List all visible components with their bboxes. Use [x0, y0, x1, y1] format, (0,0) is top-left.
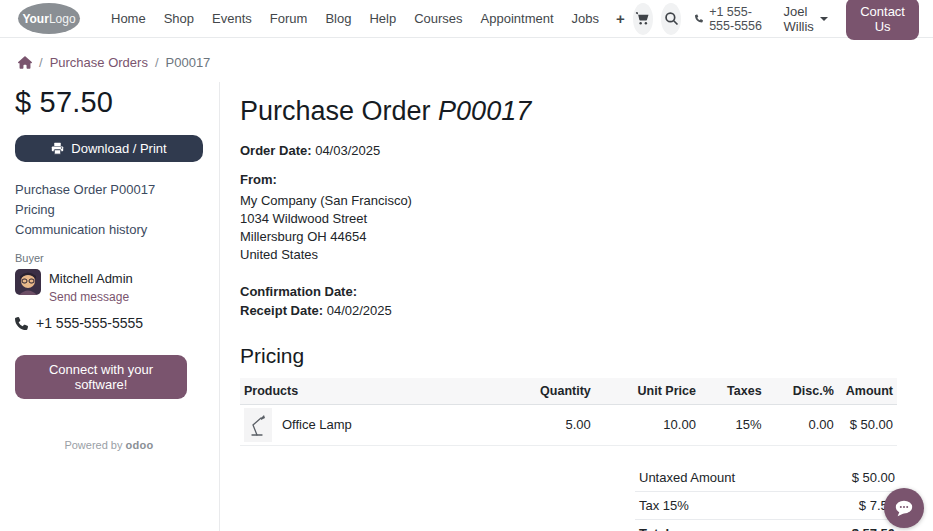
col-disc: Disc.% [766, 378, 838, 405]
buyer-card: Mitchell Admin Send message [15, 269, 203, 305]
nav-item-courses[interactable]: Courses [405, 11, 471, 26]
breadcrumb-separator: / [155, 55, 159, 70]
buyer-avatar [15, 269, 41, 295]
col-amount: Amount [838, 378, 897, 405]
amount-due: $ 57.50 [15, 86, 203, 119]
order-sidebar: $ 57.50 Download / Print Purchase Order … [15, 82, 220, 531]
chevron-down-icon [820, 17, 828, 21]
breadcrumb-current: P00017 [166, 55, 211, 70]
order-main: Purchase Order P00017 Order Date: 04/03/… [220, 82, 933, 531]
product-name: Office Lamp [282, 417, 352, 432]
logo-text-light: Logo [49, 12, 76, 26]
order-date-row: Order Date: 04/03/2025 [240, 143, 897, 158]
download-print-button[interactable]: Download / Print [15, 135, 203, 162]
total-row-total: Total $ 57.50 [635, 520, 897, 531]
address-line: 1034 Wildwood Street [240, 210, 897, 228]
livechat-button[interactable] [884, 488, 924, 528]
receipt-date-value: 04/02/2025 [327, 303, 392, 318]
main-nav: Home Shop Events Forum Blog Help Courses… [102, 10, 633, 27]
sidebar-link-purchase-order[interactable]: Purchase Order P00017 [15, 182, 203, 198]
order-date-label: Order Date: [240, 143, 312, 158]
phone-icon [695, 12, 703, 25]
col-taxes: Taxes [700, 378, 766, 405]
nav-item-blog[interactable]: Blog [316, 11, 360, 26]
breadcrumb: / Purchase Orders / P00017 [0, 38, 933, 82]
col-quantity: Quantity [503, 378, 595, 405]
from-block: From: My Company (San Francisco) 1034 Wi… [240, 172, 897, 264]
top-navbar: YourLogo Home Shop Events Forum Blog Hel… [0, 0, 933, 38]
receipt-date-label: Receipt Date: [240, 303, 323, 318]
search-icon [664, 11, 679, 26]
navbar-right: +1 555-555-5556 Joel Willis Contact Us [633, 0, 919, 40]
cell-taxes: 15% [700, 404, 766, 445]
breadcrumb-separator: / [39, 55, 43, 70]
total-label: Total [639, 526, 669, 531]
buyer-phone-number: +1 555-555-5555 [36, 315, 143, 331]
phone-icon [15, 317, 28, 330]
buyer-name: Mitchell Admin [49, 271, 133, 286]
sidebar-nav: Purchase Order P00017 Pricing Communicat… [15, 182, 203, 238]
nav-item-forum[interactable]: Forum [261, 11, 317, 26]
nav-item-appointment[interactable]: Appointment [472, 11, 563, 26]
nav-item-shop[interactable]: Shop [155, 11, 203, 26]
order-date-value: 04/03/2025 [315, 143, 380, 158]
address-line: United States [240, 246, 897, 264]
buyer-phone-link[interactable]: +1 555-555-5555 [15, 315, 203, 331]
col-products: Products [240, 378, 503, 405]
breadcrumb-home-link[interactable] [18, 56, 32, 69]
user-menu[interactable]: Joel Willis [784, 4, 829, 34]
sidebar-link-communication-history[interactable]: Communication history [15, 222, 203, 238]
header-phone-link[interactable]: +1 555-555-5556 [695, 5, 767, 33]
contact-us-button[interactable]: Contact Us [846, 0, 919, 40]
address-line: Millersburg OH 44654 [240, 228, 897, 246]
cart-icon [635, 11, 650, 26]
send-message-link[interactable]: Send message [49, 290, 129, 304]
pricing-heading: Pricing [240, 344, 897, 368]
total-row-untaxed: Untaxed Amount $ 50.00 [635, 464, 897, 492]
lamp-icon [248, 412, 268, 438]
printer-icon [51, 142, 64, 155]
confirmation-date-label: Confirmation Date: [240, 284, 357, 299]
home-icon [18, 56, 32, 69]
tax-label: Tax 15% [639, 498, 689, 513]
download-print-label: Download / Print [71, 141, 166, 156]
pricing-table: Products Quantity Unit Price Taxes Disc.… [240, 378, 897, 446]
nav-item-events[interactable]: Events [203, 11, 261, 26]
dates-block: Confirmation Date: Receipt Date: 04/02/2… [240, 284, 897, 318]
untaxed-label: Untaxed Amount [639, 470, 735, 485]
pricing-table-header: Products Quantity Unit Price Taxes Disc.… [240, 378, 897, 405]
untaxed-value: $ 50.00 [852, 470, 895, 485]
connect-software-button[interactable]: Connect with your software! [15, 355, 187, 399]
total-row-tax: Tax 15% $ 7.50 [635, 492, 897, 520]
logo-text-bold: Your [22, 12, 48, 26]
header-phone-number: +1 555-555-5556 [709, 5, 767, 33]
nav-item-help[interactable]: Help [360, 11, 405, 26]
site-logo[interactable]: YourLogo [18, 3, 80, 34]
page-title-prefix: Purchase Order [240, 96, 438, 126]
table-row: Office Lamp 5.00 10.00 15% 0.00 $ 50.00 [240, 404, 897, 445]
page-title-reference: P00017 [438, 96, 531, 126]
cell-unit-price: 10.00 [595, 404, 700, 445]
cart-button[interactable] [633, 3, 653, 35]
user-name: Joel Willis [784, 4, 816, 34]
search-button[interactable] [661, 3, 681, 35]
col-unit-price: Unit Price [595, 378, 700, 405]
nav-item-jobs[interactable]: Jobs [563, 11, 608, 26]
page-title: Purchase Order P00017 [240, 96, 897, 127]
address-line: My Company (San Francisco) [240, 192, 897, 210]
product-thumbnail [244, 408, 272, 442]
nav-item-home[interactable]: Home [102, 11, 155, 26]
cell-disc: 0.00 [766, 404, 838, 445]
vendor-address: My Company (San Francisco) 1034 Wildwood… [240, 192, 897, 264]
cell-quantity: 5.00 [503, 404, 595, 445]
totals-section: Untaxed Amount $ 50.00 Tax 15% $ 7.50 To… [240, 464, 897, 531]
odoo-logo[interactable]: odoo [126, 439, 154, 451]
buyer-label: Buyer [15, 252, 203, 264]
total-value: $ 57.50 [852, 526, 895, 531]
add-page-icon[interactable]: + [608, 10, 633, 27]
sidebar-link-pricing[interactable]: Pricing [15, 202, 203, 218]
powered-by-text: Powered by [64, 439, 122, 451]
powered-by: Powered by odoo [15, 439, 203, 451]
breadcrumb-purchase-orders-link[interactable]: Purchase Orders [50, 55, 148, 70]
chat-bubble-icon [893, 498, 915, 518]
